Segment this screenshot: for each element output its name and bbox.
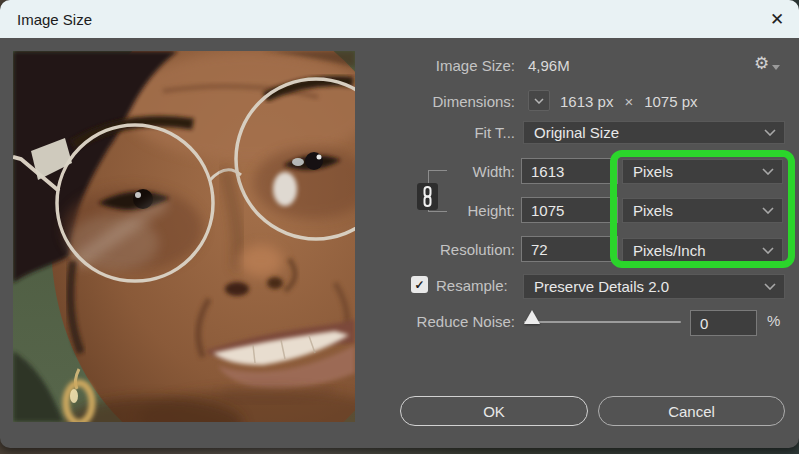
chevron-down-icon <box>762 247 774 254</box>
image-preview <box>13 51 355 422</box>
chevron-down-icon <box>762 168 774 175</box>
height-unit-dropdown[interactable]: Pixels <box>622 198 783 223</box>
image-size-value: 4,96M <box>528 57 570 74</box>
reduce-noise-slider-track[interactable] <box>524 321 681 323</box>
settings-menu-button[interactable]: ⚙ <box>754 54 780 74</box>
dimensions-times-sign: × <box>624 93 633 110</box>
dimensions-width-value: 1613 px <box>560 93 613 110</box>
fit-to-dropdown[interactable]: Original Size <box>523 121 785 144</box>
height-input[interactable] <box>521 197 618 223</box>
portrait-image <box>13 51 355 422</box>
close-icon: ✕ <box>770 9 784 30</box>
resample-label: Resample: <box>436 277 508 294</box>
chevron-down-icon <box>764 129 776 136</box>
dimensions-label: Dimensions: <box>390 93 515 110</box>
reduce-noise-percent-sign: % <box>767 312 780 329</box>
fit-to-selected: Original Size <box>534 124 764 141</box>
dimensions-height-value: 1075 px <box>644 93 697 110</box>
reduce-noise-input[interactable] <box>690 310 757 336</box>
dialog-title: Image Size <box>17 11 92 28</box>
resolution-unit-selected: Pixels/Inch <box>633 242 762 259</box>
resample-method-dropdown[interactable]: Preserve Details 2.0 <box>523 274 785 299</box>
width-unit-selected: Pixels <box>633 163 762 180</box>
chevron-down-icon <box>762 207 774 214</box>
height-unit-selected: Pixels <box>633 202 762 219</box>
dimensions-unit-button[interactable] <box>528 90 550 111</box>
dimensions-value: 1613 px × 1075 px <box>560 93 698 110</box>
reduce-noise-slider-thumb[interactable] <box>524 310 540 324</box>
image-size-dialog: Image Size ✕ <box>0 0 799 448</box>
titlebar: Image Size <box>0 0 799 38</box>
chevron-down-icon <box>764 283 776 290</box>
cancel-button[interactable]: Cancel <box>598 396 785 426</box>
reduce-noise-label: Reduce Noise: <box>380 313 515 330</box>
width-label: Width: <box>390 163 515 180</box>
resample-method-selected: Preserve Details 2.0 <box>534 278 764 295</box>
gear-icon: ⚙ <box>754 54 769 74</box>
width-input[interactable] <box>521 158 618 184</box>
resolution-unit-dropdown[interactable]: Pixels/Inch <box>622 238 783 263</box>
height-label: Height: <box>390 202 515 219</box>
image-size-label: Image Size: <box>390 57 515 74</box>
resolution-input[interactable] <box>521 236 618 262</box>
ok-button[interactable]: OK <box>400 396 588 426</box>
chevron-down-icon <box>534 98 544 104</box>
resample-checkbox[interactable]: ✓ <box>411 276 428 293</box>
fit-to-label: Fit T... <box>390 124 515 141</box>
close-button[interactable]: ✕ <box>761 3 793 35</box>
check-icon: ✓ <box>414 278 424 292</box>
resolution-label: Resolution: <box>390 241 515 258</box>
width-unit-dropdown[interactable]: Pixels <box>622 159 783 184</box>
gear-caret-icon <box>772 65 780 70</box>
